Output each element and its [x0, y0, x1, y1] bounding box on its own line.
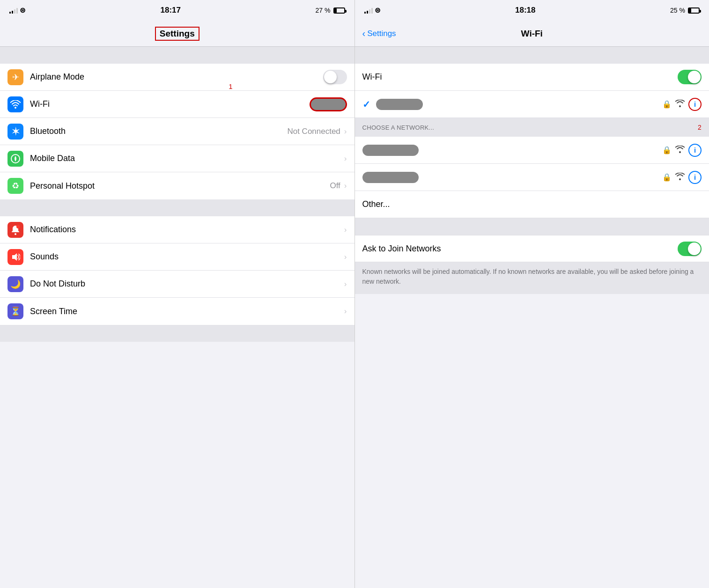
wifi-icon: [7, 96, 23, 112]
bluetooth-chevron: ›: [344, 127, 347, 136]
lock-icon-2: 🔒: [662, 173, 672, 182]
status-time-right: 18:18: [515, 6, 535, 15]
signal-icon-right: [364, 7, 373, 14]
nav-header-left: Settings: [0, 21, 354, 47]
status-left: ⊜: [9, 6, 26, 15]
wifi-signal-1: [675, 146, 685, 155]
svg-point-1: [15, 233, 16, 235]
network-2-name: [362, 172, 419, 183]
list-item-hotspot[interactable]: ♻ Personal Hotspot Off ›: [0, 172, 354, 199]
mobiledata-label: Mobile Data: [30, 154, 344, 163]
hotspot-chevron: ›: [344, 181, 347, 191]
battery-percent-left: 27 %: [316, 7, 331, 14]
lock-icon-1: 🔒: [662, 146, 672, 154]
status-bar-left: ⊜ 18:17 27 %: [0, 0, 354, 21]
other-network-row[interactable]: Other...: [355, 191, 709, 218]
choose-network-header: CHOOSE A NETWORK... 2: [355, 118, 709, 137]
ask-label: Ask to Join Networks: [362, 244, 678, 254]
wifi-signal-connected: [675, 100, 685, 109]
list-item-sounds[interactable]: Sounds ›: [0, 243, 354, 271]
svg-marker-4: [12, 253, 17, 261]
wifi-signal-2: [675, 173, 685, 182]
list-item-mobiledata[interactable]: Mobile Data ›: [0, 145, 354, 172]
ask-info-text: Known networks will be joined automatica…: [355, 262, 709, 294]
notifications-icon: [7, 222, 23, 238]
ask-toggle[interactable]: [678, 242, 702, 256]
status-right-left: 27 %: [316, 7, 345, 14]
list-item-screentime[interactable]: ⏳ Screen Time ›: [0, 298, 354, 325]
annotation-2: 2: [698, 124, 702, 131]
right-panel: ⊜ 18:18 25 % ‹ Settings Wi-Fi Wi-Fi ✓ 🔒: [355, 0, 709, 588]
airplane-toggle[interactable]: [323, 70, 347, 84]
ask-section: Ask to Join Networks: [355, 235, 709, 262]
section-gap-2: [0, 199, 354, 216]
connected-network-icons: 🔒 i: [662, 98, 702, 111]
nav-header-right: ‹ Settings Wi-Fi: [355, 21, 709, 47]
hotspot-label: Personal Hotspot: [30, 181, 330, 191]
bluetooth-icon: ✶: [7, 124, 23, 140]
hotspot-value: Off: [330, 181, 340, 191]
lock-icon-connected: 🔒: [662, 100, 672, 109]
list-item-donotdisturb[interactable]: 🌙 Do Not Disturb ›: [0, 271, 354, 298]
choose-network-label: CHOOSE A NETWORK...: [362, 124, 435, 131]
wifi-status-icon: ⊜: [20, 6, 26, 15]
notifications-label: Notifications: [30, 225, 344, 235]
status-left-right: ⊜: [364, 6, 381, 15]
airplane-icon: ✈: [7, 69, 23, 85]
hotspot-icon: ♻: [7, 178, 23, 194]
checkmark-icon: ✓: [362, 99, 370, 110]
status-bar-right: ⊜ 18:18 25 %: [355, 0, 709, 21]
screentime-chevron: ›: [344, 307, 347, 316]
back-button[interactable]: ‹ Settings: [362, 28, 396, 39]
battery-icon-right: [688, 7, 700, 14]
info-icon-1[interactable]: i: [688, 144, 702, 157]
network-item-2[interactable]: 🔒 i: [355, 164, 709, 191]
list-item-notifications[interactable]: Notifications ›: [0, 216, 354, 243]
airplane-label: Airplane Mode: [30, 72, 323, 82]
connected-network-row[interactable]: ✓ 🔒 i: [355, 91, 709, 118]
wifi-toggle-row[interactable]: Wi-Fi: [355, 64, 709, 91]
wifi-label: Wi-Fi: [30, 99, 310, 109]
available-networks-list: 🔒 i 🔒: [355, 137, 709, 218]
info-icon-connected[interactable]: i: [688, 98, 702, 111]
list-item-wifi[interactable]: Wi-Fi 1: [0, 91, 354, 118]
sounds-icon: [7, 249, 23, 265]
section-gap-1: [0, 47, 354, 64]
wifi-status-icon-right: ⊜: [375, 6, 381, 15]
back-label: Settings: [367, 29, 396, 38]
network-2-icons: 🔒 i: [662, 171, 702, 184]
wifi-value-pill: [310, 97, 347, 111]
settings-group-2: Notifications › Sounds › 🌙 Do Not Distur…: [0, 216, 354, 325]
signal-icon: [9, 7, 18, 14]
donotdisturb-chevron: ›: [344, 279, 347, 289]
sounds-chevron: ›: [344, 252, 347, 262]
bluetooth-label: Bluetooth: [30, 126, 287, 136]
list-item-bluetooth[interactable]: ✶ Bluetooth Not Connected ›: [0, 118, 354, 145]
info-icon-2[interactable]: i: [688, 171, 702, 184]
connected-network-name: [376, 99, 423, 110]
bluetooth-value: Not Connected: [287, 127, 340, 136]
page-title-left: Settings: [155, 27, 199, 41]
donotdisturb-icon: 🌙: [7, 276, 23, 292]
ask-section-gap: [355, 218, 709, 235]
wifi-toggle[interactable]: [678, 70, 702, 84]
battery-icon-left: [333, 7, 345, 14]
screentime-label: Screen Time: [30, 307, 344, 316]
notifications-chevron: ›: [344, 225, 347, 235]
mobiledata-icon: [7, 151, 23, 167]
status-time-left: 18:17: [161, 6, 181, 15]
page-title-right: Wi-Fi: [521, 29, 543, 39]
section-gap-3: [0, 325, 354, 342]
back-chevron-icon: ‹: [362, 28, 366, 39]
settings-group-1: ✈ Airplane Mode Wi-Fi 1: [0, 64, 354, 199]
list-item-airplane[interactable]: ✈ Airplane Mode: [0, 64, 354, 91]
wifi-toggle-label: Wi-Fi: [362, 72, 678, 82]
mobiledata-chevron: ›: [344, 154, 347, 163]
network-item-1[interactable]: 🔒 i: [355, 137, 709, 164]
network-1-name: [362, 145, 419, 156]
ask-row[interactable]: Ask to Join Networks: [355, 235, 709, 262]
network-1-icons: 🔒 i: [662, 144, 702, 157]
other-label: Other...: [362, 199, 390, 209]
donotdisturb-label: Do Not Disturb: [30, 279, 344, 289]
sounds-label: Sounds: [30, 252, 344, 262]
